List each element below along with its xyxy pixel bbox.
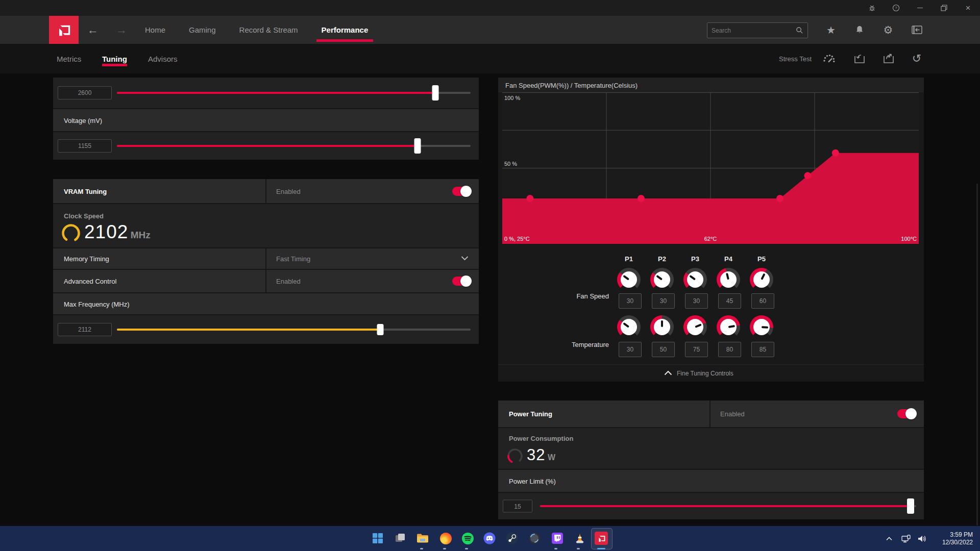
volume-icon[interactable] <box>918 535 935 543</box>
temperature-input-p3[interactable] <box>685 342 708 357</box>
tab-advisors[interactable]: Advisors <box>148 44 178 73</box>
reset-defaults-icon[interactable]: ↺ <box>905 44 928 73</box>
temperature-input-p5[interactable] <box>751 342 774 357</box>
svg-text:62°C: 62°C <box>704 236 717 242</box>
memory-timing-value[interactable]: Fast Timing <box>276 255 310 263</box>
collapse-panel-icon[interactable] <box>906 16 927 44</box>
menu-gaming[interactable]: Gaming <box>181 16 224 44</box>
temperature-input-p1[interactable] <box>619 342 642 357</box>
menu-home[interactable]: Home <box>137 16 174 44</box>
fan-speed-knob-p3[interactable] <box>683 268 707 291</box>
favorites-star-icon[interactable]: ★ <box>820 16 842 44</box>
fan-speed-knob-p4[interactable] <box>717 268 740 291</box>
power-tuning-toggle[interactable] <box>897 409 916 418</box>
point-label-p2: P2 <box>652 255 672 263</box>
notifications-bell-icon[interactable] <box>849 16 870 44</box>
windows-taskbar: 3:59 PM 12/30/2022 <box>0 526 980 551</box>
gpu-clock-slider[interactable] <box>117 92 471 94</box>
temperature-input-p4[interactable] <box>718 342 741 357</box>
temperature-knob-p4[interactable] <box>717 315 740 339</box>
temperature-knob-p3[interactable] <box>683 315 707 339</box>
firefox-icon[interactable] <box>438 531 453 545</box>
power-header-row: Power Tuning Enabled <box>498 400 924 427</box>
slider-handle[interactable] <box>414 138 421 154</box>
fan-speed-knob-p1[interactable] <box>617 268 641 291</box>
vram-tuning-toggle[interactable] <box>452 187 471 196</box>
fan-speed-input-p1[interactable] <box>619 293 642 309</box>
power-limit-header-row: Power Limit (%) <box>498 470 924 492</box>
twitch-icon[interactable] <box>550 531 565 545</box>
advanced-control-status: Enabled <box>276 278 301 285</box>
discord-icon[interactable] <box>482 531 497 545</box>
minimize-button[interactable] <box>908 0 932 16</box>
back-arrow-icon[interactable]: ← <box>83 16 103 44</box>
settings-gear-icon[interactable]: ⚙ <box>877 16 899 44</box>
chevron-up-icon[interactable] <box>664 370 672 375</box>
max-frequency-label: Max Frequency (MHz) <box>64 300 130 308</box>
tab-tuning[interactable]: Tuning <box>102 44 127 73</box>
taskbar-clock[interactable]: 3:59 PM 12/30/2022 <box>942 531 973 546</box>
fan-tuning-card: Fan Speed(PWM(%)) / Temperature(Celsius)… <box>498 78 924 381</box>
fan-fine-tuning-grid: Fan Speed Temperature P1P2P3P4P5 <box>498 244 924 364</box>
fan-speed-input-p2[interactable] <box>652 293 675 309</box>
fan-speed-input-p3[interactable] <box>685 293 708 309</box>
tab-metrics[interactable]: Metrics <box>57 44 81 73</box>
performance-subnav: Metrics Tuning Advisors Stress Test ↺ <box>0 44 980 73</box>
close-button[interactable]: × <box>956 0 980 16</box>
start-button-icon[interactable] <box>371 531 385 545</box>
menu-performance[interactable]: Performance <box>313 16 377 44</box>
page-scrollbar[interactable] <box>976 184 978 525</box>
steam-icon[interactable] <box>505 531 519 545</box>
hub-app-icon[interactable] <box>527 531 542 545</box>
temperature-input-p2[interactable] <box>652 342 675 357</box>
gpu-clock-input[interactable] <box>58 86 112 99</box>
power-limit-input[interactable] <box>503 500 532 513</box>
search-icon <box>796 27 803 34</box>
forward-arrow-icon[interactable]: → <box>111 16 132 44</box>
search-input[interactable] <box>707 27 796 34</box>
bug-report-icon[interactable] <box>860 0 884 16</box>
temperature-knob-p5[interactable] <box>750 315 773 339</box>
temperature-knob-p1[interactable] <box>617 315 641 339</box>
fan-speed-input-p4[interactable] <box>718 293 741 309</box>
power-limit-slider[interactable] <box>540 505 916 507</box>
max-frequency-slider[interactable] <box>117 329 471 331</box>
tray-chevron-up-icon[interactable] <box>886 537 901 541</box>
svg-text:100°C: 100°C <box>901 236 917 242</box>
chevron-down-icon[interactable] <box>461 256 469 261</box>
stress-test-label[interactable]: Stress Test <box>779 44 812 73</box>
amd-logo[interactable] <box>49 16 79 44</box>
file-explorer-icon[interactable] <box>415 531 430 545</box>
fan-curve-chart[interactable]: 100 %50 %0 %, 25°C62°C100°C <box>502 92 919 244</box>
task-view-icon[interactable] <box>393 531 407 545</box>
power-tuning-card: Power Tuning Enabled Power Consumption 3… <box>498 400 924 519</box>
export-profile-icon[interactable] <box>877 44 900 73</box>
memory-timing-label: Memory Timing <box>64 255 109 263</box>
point-label-p1: P1 <box>619 255 639 263</box>
max-frequency-input[interactable] <box>58 323 112 336</box>
fan-speed-knob-p2[interactable] <box>650 268 674 291</box>
import-profile-icon[interactable] <box>848 44 871 73</box>
temperature-knob-p2[interactable] <box>650 315 674 339</box>
network-icon[interactable] <box>901 535 918 543</box>
stress-test-gauge-icon[interactable] <box>819 44 839 73</box>
max-frequency-slider-row <box>53 315 479 344</box>
spotify-icon[interactable] <box>460 531 475 545</box>
voltage-slider[interactable] <box>117 145 471 147</box>
search-box[interactable] <box>707 22 808 38</box>
slider-handle[interactable] <box>907 498 914 514</box>
vram-tuning-title: VRAM Tuning <box>64 187 107 195</box>
vlc-icon[interactable] <box>573 531 587 545</box>
help-icon[interactable]: ? <box>884 0 908 16</box>
advanced-control-toggle[interactable] <box>452 277 471 286</box>
amd-software-icon[interactable] <box>594 530 608 546</box>
slider-handle[interactable] <box>432 85 438 101</box>
voltage-input[interactable] <box>58 139 112 153</box>
voltage-slider-row <box>53 132 479 160</box>
fan-speed-knob-p5[interactable] <box>750 268 773 291</box>
slider-handle[interactable] <box>377 324 384 335</box>
menu-record-stream[interactable]: Record & Stream <box>231 16 306 44</box>
fine-tuning-controls-row[interactable]: Fine Tuning Controls <box>498 364 924 382</box>
restore-button[interactable] <box>932 0 956 16</box>
fan-speed-input-p5[interactable] <box>751 293 774 309</box>
